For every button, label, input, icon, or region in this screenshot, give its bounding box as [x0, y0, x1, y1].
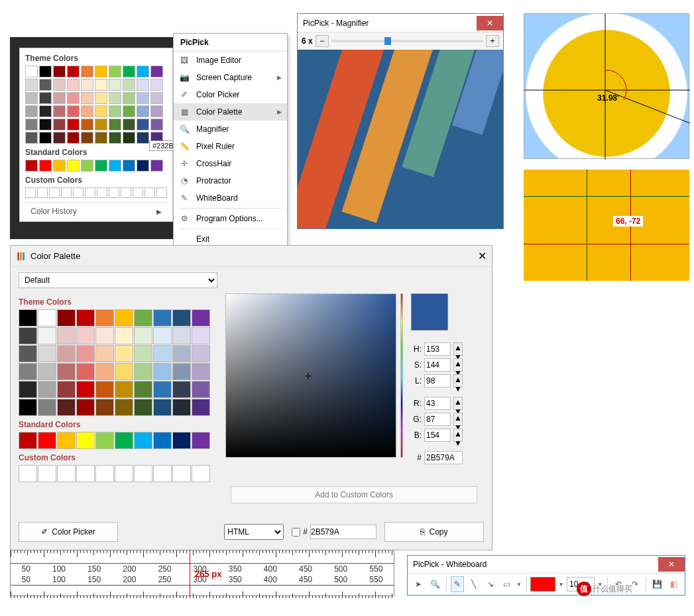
hash-checkbox[interactable] [292, 528, 300, 537]
color-swatch[interactable] [137, 160, 149, 172]
color-swatch[interactable] [172, 309, 191, 327]
custom-swatch[interactable] [61, 187, 72, 198]
color-swatch[interactable] [39, 66, 52, 77]
color-swatch[interactable] [95, 381, 114, 398]
color-swatch[interactable] [57, 309, 76, 327]
custom-swatch[interactable] [25, 187, 36, 198]
color-swatch[interactable] [192, 327, 210, 344]
color-swatch[interactable] [172, 327, 191, 344]
color-swatch[interactable] [95, 432, 114, 449]
color-swatch[interactable] [153, 432, 172, 449]
custom-swatch[interactable] [19, 465, 37, 482]
color-swatch[interactable] [95, 92, 107, 104]
hue-slider[interactable] [400, 293, 403, 458]
color-swatch[interactable] [109, 92, 121, 104]
custom-swatch[interactable] [97, 187, 107, 198]
color-swatch[interactable] [19, 363, 37, 380]
eraser-tool[interactable]: ◧ [667, 576, 681, 592]
custom-swatch[interactable] [192, 465, 210, 482]
spinner[interactable]: ▲▼ [453, 342, 463, 356]
menu-item[interactable]: 🔍Magnifier [174, 121, 287, 138]
color-swatch[interactable] [53, 160, 66, 172]
color-swatch[interactable] [150, 79, 163, 91]
color-swatch[interactable] [95, 160, 107, 172]
r-input[interactable] [424, 397, 451, 410]
color-swatch[interactable] [81, 105, 93, 117]
color-swatch[interactable] [150, 119, 163, 130]
color-swatch[interactable] [39, 79, 52, 91]
color-swatch[interactable] [109, 105, 121, 117]
color-swatch[interactable] [115, 345, 133, 362]
color-swatch[interactable] [95, 66, 107, 77]
menu-item[interactable]: 🖼Image Editor [174, 52, 287, 69]
menu-item[interactable]: ✐Color Picker [174, 86, 287, 103]
add-custom-button[interactable]: Add to Custom Colors [231, 486, 477, 503]
color-swatch[interactable] [53, 66, 66, 77]
color-swatch[interactable] [192, 309, 210, 327]
color-swatch[interactable] [67, 66, 80, 77]
color-picker-button[interactable]: ✐Color Picker [19, 522, 118, 542]
color-swatch[interactable] [67, 105, 80, 117]
close-button[interactable]: ✕ [658, 557, 685, 572]
format-select[interactable]: HTML [224, 524, 284, 540]
color-swatch[interactable] [76, 345, 95, 362]
color-swatch[interactable] [76, 399, 95, 416]
custom-swatch[interactable] [85, 187, 95, 198]
color-swatch[interactable] [134, 345, 152, 362]
color-swatch[interactable] [57, 399, 76, 416]
custom-swatch[interactable] [76, 465, 95, 482]
color-swatch[interactable] [76, 327, 95, 344]
custom-swatch[interactable] [49, 187, 60, 198]
color-swatch[interactable] [57, 381, 76, 398]
color-swatch[interactable] [81, 132, 93, 144]
magnify-tool[interactable]: 🔍 [428, 576, 442, 592]
color-swatch[interactable] [53, 119, 66, 130]
color-swatch[interactable] [19, 399, 37, 416]
color-swatch[interactable] [25, 79, 38, 91]
line-tool[interactable]: ╲ [467, 576, 481, 592]
color-swatch[interactable] [39, 160, 52, 172]
color-swatch[interactable] [95, 399, 114, 416]
custom-swatch[interactable] [145, 187, 155, 198]
color-swatch[interactable] [67, 79, 80, 91]
menu-item[interactable]: ✛CrossHair [174, 155, 287, 172]
preset-select[interactable]: Default [19, 272, 217, 288]
menu-item[interactable]: ⚙Program Options... [174, 210, 287, 227]
menu-item[interactable]: 📷Screen Capture▶ [174, 69, 287, 86]
color-swatch[interactable] [172, 345, 191, 362]
color-swatch[interactable] [123, 92, 135, 104]
color-swatch[interactable] [153, 345, 172, 362]
custom-swatch[interactable] [153, 465, 172, 482]
spinner[interactable]: ▲▼ [453, 374, 463, 387]
pen-tool[interactable]: ✎ [451, 576, 465, 592]
menu-item[interactable]: ✎WhiteBoard [174, 189, 287, 207]
color-swatch[interactable] [95, 327, 114, 344]
color-swatch[interactable] [38, 309, 56, 327]
dropdown-icon[interactable]: ▼ [516, 582, 522, 588]
rect-tool[interactable]: ▭ [500, 576, 514, 592]
color-swatch[interactable] [76, 381, 95, 398]
color-swatch[interactable] [19, 327, 37, 344]
color-swatch[interactable] [115, 363, 133, 380]
color-swatch[interactable] [153, 363, 172, 380]
color-swatch[interactable] [172, 363, 191, 380]
color-swatch[interactable] [150, 66, 163, 77]
color-swatch[interactable] [123, 132, 135, 144]
color-swatch[interactable] [150, 160, 163, 172]
color-swatch[interactable] [67, 92, 80, 104]
color-swatch[interactable] [172, 381, 191, 398]
color-swatch[interactable] [134, 432, 152, 449]
mini-color-palette[interactable]: Theme Colors Standard Colors Custom Colo… [19, 48, 173, 222]
color-swatch[interactable] [95, 119, 107, 130]
custom-swatch[interactable] [38, 465, 56, 482]
color-swatch[interactable] [67, 119, 80, 130]
color-swatch[interactable] [137, 66, 149, 77]
color-select[interactable] [530, 577, 555, 591]
color-swatch[interactable] [115, 399, 133, 416]
color-swatch[interactable] [109, 79, 121, 91]
color-swatch[interactable] [123, 105, 135, 117]
color-history-button[interactable]: Color History▶ [25, 202, 167, 216]
color-swatch[interactable] [134, 309, 152, 327]
color-swatch[interactable] [115, 309, 133, 327]
close-button[interactable]: ✕ [477, 16, 503, 30]
